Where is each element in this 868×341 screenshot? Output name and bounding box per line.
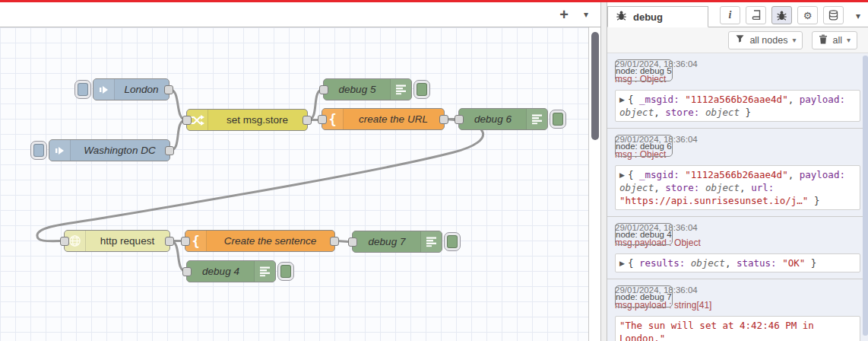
shuffle-icon [190,114,204,126]
bug-icon [776,10,787,21]
payload-segment-punct: } [808,195,819,206]
create-the-sentence-out-port[interactable] [330,237,339,246]
debug-message-4[interactable]: 29/01/2024, 18:36:04node: debug 7msg.pay… [607,279,868,341]
create-the-sentence-in-port[interactable] [181,237,190,246]
add-flow-button[interactable]: + [559,7,569,22]
http-request-out-port[interactable] [165,237,174,246]
node-debug-4[interactable]: debug 4 [186,260,276,282]
clear-debug-button[interactable]: all ▾ [812,31,857,49]
debug-5-in-port[interactable] [319,85,328,94]
tab-debug[interactable]: debug [607,6,708,27]
node-set-msg-store[interactable]: set msg.store [186,109,308,131]
debug-message-3[interactable]: 29/01/2024, 18:36:04node: debug 4msg.pay… [607,217,868,279]
debug-payload: ▶{ results: object, status: "OK" } [615,253,860,272]
filter-nodes-button[interactable]: all nodes ▾ [728,31,803,49]
node-create-the-sentence[interactable]: {Create the sentence [185,230,335,252]
create-the-url-out-port[interactable] [439,115,448,124]
payload-segment-meta: object [705,107,740,118]
expand-toggle-icon[interactable]: ▶ [619,171,625,179]
debug-4-in-port[interactable] [182,267,192,276]
debug-5-toggle-button[interactable] [413,80,430,99]
flow-list-button[interactable]: ▾ [584,10,588,19]
debug-payload: ▶{ _msgid: "1112a566b26aae4d", payload: … [615,90,860,122]
payload-segment-punct: , [788,94,800,105]
node-london[interactable]: London [93,78,169,100]
sidebar-panel-buttons: i⚙ [720,6,844,24]
node-label: create the URL [343,113,444,125]
node-icon-area [390,79,411,100]
debug-source-node: node: debug 6 [615,135,673,157]
washington-dc-inject-button[interactable] [30,141,47,160]
brace-icon: { [192,234,199,249]
console-icon [426,236,437,247]
bug-icon [616,10,627,21]
flow-tabbar: + ▾ [0,2,600,27]
brace-icon: { [328,112,336,127]
sidebar-tabbar: debug i⚙ ▾ [607,2,868,27]
node-icon-area [254,261,275,282]
scrollbar-thumb[interactable] [591,32,599,140]
button-inner [447,235,458,248]
sidebar-tab-button-context-data[interactable] [823,6,844,24]
debug-4-toggle-button[interactable] [277,262,294,281]
node-washington-dc[interactable]: Washington DC [49,139,170,161]
bug-icon [616,10,627,24]
node-label: set msg.store [207,114,307,126]
node-debug-6[interactable]: debug 6 [458,108,548,130]
payload-segment-punct: , [740,182,751,193]
flow-canvas[interactable]: LondonWashington DCset msg.storedebug 5{… [0,27,590,341]
debug-7-in-port[interactable] [348,237,357,247]
wire-create-the-url-to-http-request[interactable] [37,120,483,241]
debug-source-node: node: debug 4 [615,223,673,245]
funnel-icon [735,34,745,46]
payload-segment-punct: { [628,169,639,180]
debug-message-2[interactable]: 29/01/2024, 18:36:04node: debug 6msg : O… [607,129,868,217]
washington-dc-out-port[interactable] [165,146,174,155]
debug-payload: "The sun will set at 4:42:46 PM in Londo… [615,316,860,341]
node-debug-7[interactable]: debug 7 [352,231,442,253]
sidebar-resize-handle[interactable] [600,2,607,341]
create-the-url-in-port[interactable] [318,115,327,124]
sidebar-tab-button-config-nodes[interactable]: ⚙ [797,6,818,24]
sidebar-tab-button-help[interactable] [746,6,766,24]
tab-debug-label: debug [633,11,663,23]
payload-segment-punct: { [628,257,639,269]
caret-down-icon: ▾ [847,36,851,44]
expand-toggle-icon[interactable]: ▶ [619,260,625,267]
node-label: Washington DC [70,145,169,156]
payload-segment-punct: , [654,182,665,193]
http-request-in-port[interactable] [60,237,69,246]
debug-7-toggle-button[interactable] [444,232,461,251]
node-label: debug 4 [187,266,255,277]
payload-segment-key: store: [665,107,705,118]
sidebar-tab-button-info[interactable]: i [720,6,740,24]
globe-icon [68,234,81,247]
button-inner [33,144,44,157]
canvas-vertical-scrollbar [588,27,600,341]
sidebar-menu-button[interactable]: ▾ [856,11,860,21]
london-out-port[interactable] [164,85,173,94]
sidebar-tab-button-debug[interactable] [771,6,792,24]
london-inject-button[interactable] [74,80,91,99]
node-create-the-url[interactable]: {create the URL [322,108,445,130]
header-accent-bar [0,0,868,2]
debug-source-node: node: debug 7 [615,285,673,308]
expand-toggle-icon[interactable]: ▶ [619,96,625,104]
set-msg-store-out-port[interactable] [303,116,312,125]
debug-6-toggle-button[interactable] [550,110,566,129]
info-icon: i [729,9,732,21]
sidebar-scrollbar[interactable] [863,56,868,336]
node-red-editor: + ▾ LondonWashington DCset msg.storedebu… [0,0,868,341]
node-http-request[interactable]: http request [64,230,170,252]
debug-message-meta: 29/01/2024, 18:36:04node: debug 7 [615,283,860,300]
debug-message-meta: 29/01/2024, 18:36:04node: debug 6 [615,132,860,149]
button-inner [78,83,88,96]
set-msg-store-in-port[interactable] [182,116,192,125]
sidebar: debug i⚙ ▾ all nodes ▾ all ▾ 29/01/2024,… [607,2,868,341]
debug-message-1[interactable]: 29/01/2024, 18:36:04node: debug 5msg : O… [607,53,868,129]
caret-down-icon: ▾ [792,36,796,44]
debug-message-meta: 29/01/2024, 18:36:04node: debug 4 [615,221,860,237]
inject-arrow-icon [54,145,66,156]
node-debug-5[interactable]: debug 5 [323,78,412,100]
debug-6-in-port[interactable] [455,115,464,124]
